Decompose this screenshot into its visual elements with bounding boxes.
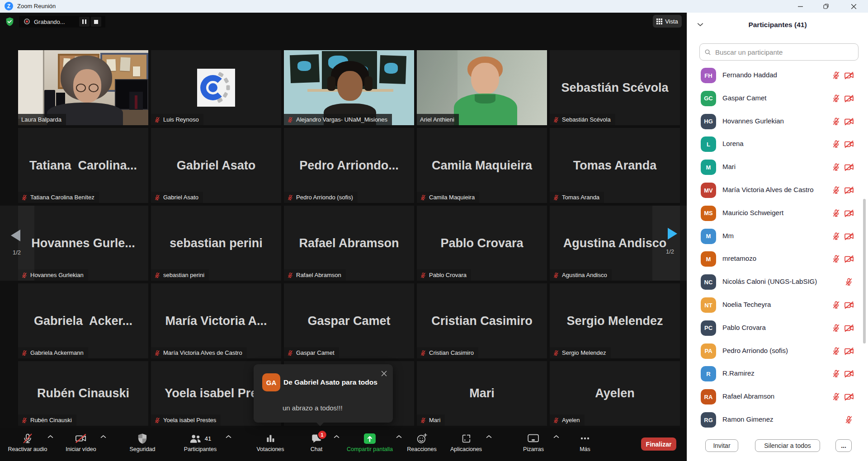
decoration [844, 163, 854, 171]
video-tile-cristian-casimiro[interactable]: Cristian CasimiroCristian Casimiro [417, 283, 547, 358]
chevron-up-icon[interactable] [47, 435, 53, 438]
video-tile-rafael-abramson[interactable]: Rafael AbramsonRafael Abramson [284, 206, 414, 281]
video-tile-gabriel-asato[interactable]: Gabriel AsatoGabriel Asato [151, 128, 281, 203]
decoration [101, 436, 106, 437]
participant-row[interactable]: LLorena [694, 134, 862, 154]
mic-off-icon [420, 272, 426, 278]
video-tile-rub-n-cinauski[interactable]: Rubén CinauskiRubén Cinauski [18, 361, 148, 426]
invite-button[interactable]: Invitar [705, 439, 738, 452]
participant-row[interactable]: Mmretamozo [694, 249, 862, 269]
toolbar-item-unmute-audio[interactable]: Reactivar audio [8, 432, 47, 452]
chevron-up-icon[interactable] [100, 435, 106, 438]
video-tile-gaspar-camet[interactable]: Gaspar CametGaspar Camet [284, 283, 414, 358]
chevron-up-icon[interactable] [396, 435, 402, 438]
mic-off-icon [832, 254, 840, 263]
toolbar-item-start-video[interactable]: Iniciar vídeo [66, 432, 96, 452]
toolbar-item-share-screen[interactable]: Compartir pantalla [347, 432, 393, 452]
video-tile-camila-maquieira[interactable]: Camila MaquieiraCamila Maquieira [417, 128, 547, 203]
scrollbar[interactable] [863, 199, 866, 343]
chevron-up-icon[interactable] [334, 435, 340, 438]
mic-off-icon [287, 117, 293, 123]
previous-page-arrow[interactable] [11, 230, 20, 241]
pause-recording-button[interactable] [79, 17, 90, 27]
chevron-up-icon[interactable] [486, 435, 492, 438]
decoration [844, 370, 854, 378]
avatar: RG [701, 412, 716, 428]
video-tile-sebasti-n-sc-vola[interactable]: Sebastián ScévolaSebastián Scévola [550, 50, 680, 125]
chevron-up-icon[interactable] [226, 435, 231, 438]
video-tile-alejandro-vargas-unam-misiones[interactable]: Alejandro Vargas- UNaM_Misiones [284, 50, 414, 125]
camera-off-icon [844, 209, 854, 217]
search-input[interactable] [714, 48, 854, 56]
participant-row[interactable]: NTNoelia Techeyra [694, 295, 862, 315]
video-tile-ariel-anthieni[interactable]: Ariel Anthieni [417, 50, 547, 125]
end-meeting-button[interactable]: Finalizar [641, 437, 676, 451]
participant-row[interactable]: FHFernando Haddad [694, 66, 862, 85]
participant-row[interactable]: HGHovannes Gurlekian [694, 112, 862, 132]
toolbar-item-security[interactable]: Seguridad [130, 432, 156, 452]
video-tile-gabriela-ackermann[interactable]: Gabriela Acker...Gabriela Ackermann [18, 283, 148, 358]
close-icon[interactable] [844, 0, 863, 13]
video-tile-mari[interactable]: MariMari [417, 361, 547, 426]
video-tile-sergio-melendez[interactable]: Sergio MelendezSergio Melendez [550, 283, 680, 358]
decoration [823, 4, 829, 9]
video-tile-sebastian-perini[interactable]: sebastian perinisebastian perini [151, 206, 281, 281]
video-tile-pablo-crovara[interactable]: Pablo CrovaraPablo Crovara [417, 206, 547, 281]
tile-name-text: Alejandro Vargas- UNaM_Misiones [296, 116, 387, 123]
toolbar-item-whiteboards[interactable]: Pizarras [523, 432, 544, 452]
tile-name-text: Luis Reynoso [163, 116, 199, 123]
cam-off-icon [75, 433, 87, 444]
participant-name-label: Ariel Anthieni [417, 114, 459, 125]
decoration [659, 23, 660, 24]
participant-row[interactable]: MMari [694, 157, 862, 177]
decoration [424, 434, 426, 437]
video-tile-ayelen[interactable]: AyelenAyelen [550, 361, 680, 426]
participant-row[interactable]: MVMaría Victoria Alves de Castro [694, 180, 862, 200]
participant-row[interactable]: PAPedro Arriondo (sofis) [694, 341, 862, 361]
video-tile-hovannes-gurlekian[interactable]: Hovannes Gurle...Hovannes Gurlekian [18, 206, 148, 281]
decoration [832, 392, 840, 401]
chevron-up-icon[interactable] [553, 435, 559, 438]
video-tile-pedro-arriondo-sofis[interactable]: Pedro Arriondo...Pedro Arriondo (sofis) [284, 128, 414, 203]
video-tile-tatiana-carolina-ben-tez[interactable]: Tatiana Carolina...Tatiana Carolina Bení… [18, 128, 148, 203]
participant-row[interactable]: MSMauricio Schweigert [694, 203, 862, 223]
participant-row[interactable]: MMm [694, 226, 862, 246]
decoration [94, 20, 98, 24]
stop-recording-button[interactable] [91, 17, 101, 27]
participant-name-label: Pedro Arriondo (sofis) [284, 192, 358, 203]
people-icon [189, 434, 202, 443]
decoration [844, 255, 854, 263]
participant-row[interactable]: NCNicolás Caloni (UNGS-LabSIG) [694, 272, 862, 292]
participant-name-label: Ayelen [550, 414, 585, 426]
participant-row[interactable]: PCPablo Crovara [694, 318, 862, 338]
toolbar-item-reactions[interactable]: Reacciones [407, 432, 436, 452]
toolbar-item-polls[interactable]: Votaciones [256, 432, 284, 452]
mute-all-button[interactable]: Silenciar a todos [755, 439, 820, 452]
toolbar-item-participants[interactable]: 41Participantes [184, 432, 217, 452]
close-icon[interactable] [380, 370, 387, 377]
participant-row[interactable]: RR.Ramirez [694, 364, 862, 384]
video-tile-tomas-aranda[interactable]: Tomas ArandaTomas Aranda [550, 128, 680, 203]
next-page-arrow[interactable] [668, 228, 677, 240]
decoration [471, 63, 499, 94]
view-button[interactable]: Vista [653, 15, 682, 28]
restore-button[interactable] [816, 0, 836, 13]
video-tile-luis-reynoso[interactable]: Luis Reynoso [151, 50, 281, 125]
decoration [133, 66, 140, 76]
minimize-button[interactable] [790, 0, 810, 13]
video-tile-laura-balparda[interactable]: Laura Balparda [18, 50, 148, 125]
decoration [396, 435, 402, 438]
toolbar-item-chat[interactable]: 1Chat [311, 432, 322, 452]
participant-row[interactable]: RGRamon Gimenez [694, 410, 862, 430]
toolbar-item-more[interactable]: Más [580, 432, 590, 452]
more-options-button[interactable]: ... [835, 439, 852, 452]
decoration [580, 433, 590, 444]
tile-name-text: Ariel Anthieni [420, 116, 454, 123]
participant-row[interactable]: GCGaspar Camet [694, 89, 862, 108]
decoration [832, 117, 840, 126]
dots-icon [580, 433, 590, 444]
participant-row[interactable]: RARafael Abramson [694, 387, 862, 407]
video-tile-mar-a-victoria-alves-de-castro[interactable]: María Victoria A...María Victoria Alves … [151, 283, 281, 358]
toolbar-item-apps[interactable]: Aplicaciones [450, 432, 482, 452]
toolbar-item-label: Chat [311, 446, 322, 452]
